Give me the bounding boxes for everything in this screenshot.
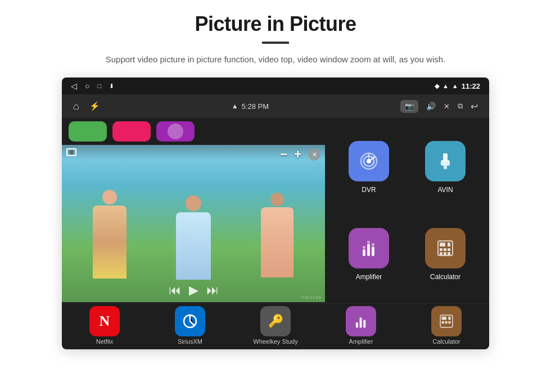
close-x-icon[interactable]: ✕ [444,102,450,111]
dvr-label: DVR [362,186,376,194]
pip-plus-button[interactable]: + [294,148,301,161]
calculator-app[interactable]: Calculator [421,221,470,288]
home-circle-icon[interactable]: ○ [85,81,89,90]
dvr-icon-svg [359,151,379,171]
netflix-label: Netflix [96,338,114,345]
calculator-icon[interactable] [425,228,466,268]
pip-container: − + ✕ ⏮ ▶ ⏭ VW2398 [62,118,325,303]
svg-rect-30 [445,321,448,323]
back-arrow-icon[interactable]: ◁ [71,81,77,90]
pip-icon[interactable]: ⧉ [458,102,463,111]
usb-icon: ⚡ [89,101,100,111]
siriusxm-label: SiriusXM [178,338,202,345]
wifi-icon2: ▲ [452,83,458,89]
amplifier-app[interactable]: Amplifier [344,221,394,288]
page-title: Picture in Picture [195,12,356,36]
svg-rect-32 [448,317,450,320]
siriusxm-app[interactable]: SiriusXM [147,306,233,345]
svg-rect-4 [441,160,450,166]
svg-rect-19 [440,252,442,255]
android-status-bar: ◁ ○ □ ⬇ ◆ ▲ ▲ 11:22 [62,78,489,94]
square-icon[interactable]: □ [97,83,101,89]
amplifier-icon[interactable] [349,228,389,268]
svg-rect-9 [363,246,365,249]
page-subtitle: Support video picture in picture functio… [106,53,445,66]
nav-time: 5:28 PM [242,102,269,111]
title-divider [262,42,289,44]
wheelkey-icon[interactable]: 🔑 [260,306,291,336]
svg-rect-11 [367,241,370,243]
clock-display: 11:22 [462,82,480,90]
svg-rect-13 [372,243,374,246]
netflix-app[interactable]: N Netflix [62,306,147,345]
app-grid-right: DVR AVIN [325,118,489,303]
pip-prev-button[interactable]: ⏮ [169,283,181,298]
wheelkey-label: Wheelkey Study [253,338,297,345]
svg-rect-15 [440,243,445,247]
avin-app[interactable]: AVIN [421,134,470,200]
pip-minus-button[interactable]: − [280,148,287,161]
pip-camera-small-icon [66,148,76,156]
siriusxm-icon-svg [182,313,198,330]
calculator-bottom-label: Calculator [432,338,460,345]
pip-play-button[interactable]: ▶ [189,283,198,298]
partial-app-green[interactable] [69,121,107,142]
avin-label: AVIN [437,186,453,194]
pip-media-controls[interactable]: ⏮ ▶ ⏭ [169,283,219,298]
svg-rect-12 [372,247,374,256]
nav-left: ⌂ ⚡ [73,101,100,112]
partial-app-purple[interactable] [156,121,195,142]
wheelkey-app[interactable]: 🔑 Wheelkey Study [233,306,318,345]
wifi-icon: ▲ [442,83,449,89]
status-bar-left: ◁ ○ □ ⬇ [71,81,114,90]
svg-rect-18 [448,248,450,251]
volume-icon[interactable]: 🔊 [426,102,436,111]
android-nav-bar: ⌂ ⚡ ▲ 5:28 PM 📷 🔊 ✕ ⧉ ↩ [62,94,489,118]
wifi-nav-icon: ▲ [232,102,238,110]
pip-close-button[interactable]: ✕ [308,148,320,161]
android-content: − + ✕ ⏮ ▶ ⏭ VW2398 [62,118,489,303]
amplifier-bottom-label: Amplifier [349,338,373,345]
svg-rect-22 [448,243,450,247]
location-icon: ◆ [435,83,439,90]
page-wrapper: Picture in Picture Support video picture… [0,0,551,392]
amplifier-bottom-icon[interactable] [346,306,376,336]
svg-rect-17 [444,248,446,251]
svg-rect-20 [444,252,446,255]
bottom-app-strip: N Netflix SiriusXM 🔑 Wheelkey Study [62,303,489,349]
back-arrow-nav-icon[interactable]: ↩ [471,101,478,112]
amplifier-bottom-svg [353,313,369,330]
avin-icon-svg [435,151,455,171]
amplifier-label: Amplifier [356,273,382,281]
svg-rect-3 [443,153,448,161]
app-row-1: DVR AVIN [331,134,484,200]
svg-rect-7 [448,156,449,159]
amplifier-bottom-app[interactable]: Amplifier [318,306,404,345]
camera-icon[interactable]: 📷 [400,100,418,113]
pip-watermark: VW2398 [301,295,322,300]
svg-rect-24 [356,322,358,328]
netflix-icon[interactable]: N [89,306,120,336]
siriusxm-icon[interactable] [175,306,205,336]
device-screenshot: ◁ ○ □ ⬇ ◆ ▲ ▲ 11:22 ⌂ ⚡ ▲ 5:28 PM [62,78,489,349]
svg-rect-16 [440,248,442,251]
pip-next-button[interactable]: ⏭ [206,283,219,298]
dvr-app[interactable]: DVR [344,134,394,200]
svg-rect-28 [442,317,446,320]
home-icon[interactable]: ⌂ [73,101,79,112]
dvr-icon[interactable] [349,141,389,181]
calculator-label: Calculator [430,273,460,281]
nav-center: ▲ 5:28 PM [232,102,269,111]
pip-resize-controls[interactable]: − + ✕ [280,148,320,161]
avin-icon[interactable] [425,141,466,181]
nav-right: 📷 🔊 ✕ ⧉ ↩ [400,100,478,113]
svg-rect-21 [448,252,450,255]
svg-rect-5 [444,166,447,169]
svg-rect-26 [363,320,365,328]
partial-app-pink[interactable] [112,121,151,142]
pip-video[interactable]: − + ✕ ⏮ ▶ ⏭ VW2398 [62,145,325,302]
svg-rect-6 [441,156,442,159]
svg-rect-8 [363,249,365,256]
calculator-bottom-app[interactable]: Calculator [404,306,489,345]
calculator-bottom-icon[interactable] [431,306,462,336]
